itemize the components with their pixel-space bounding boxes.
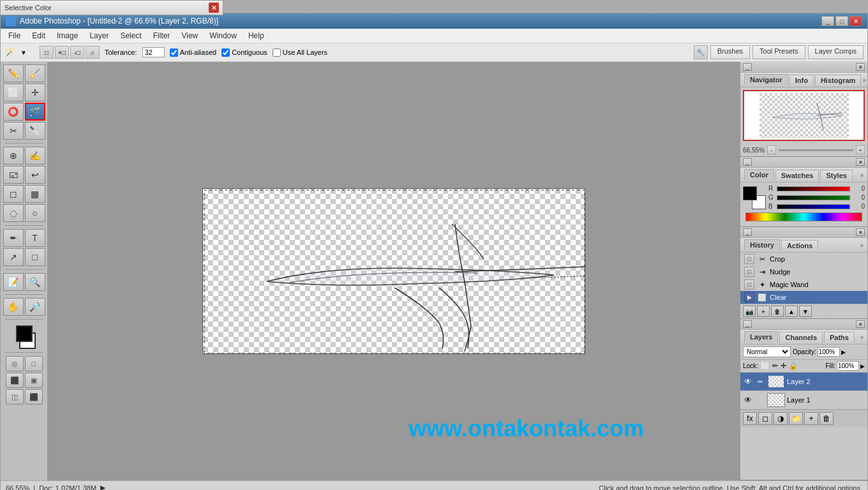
layer-delete-btn[interactable]: 🗑	[819, 412, 834, 425]
blend-mode-select[interactable]: Normal Multiply Screen	[743, 346, 791, 357]
history-tab[interactable]: History	[744, 239, 780, 251]
status-arrow[interactable]: ▶	[100, 484, 105, 490]
layers-minimize-btn[interactable]: _	[743, 320, 752, 328]
use-all-layers-checkbox[interactable]	[273, 48, 281, 57]
restore-button[interactable]: □	[835, 16, 848, 26]
contiguous-checkbox[interactable]	[221, 48, 230, 57]
color-expand[interactable]: »	[860, 172, 864, 179]
styles-tab[interactable]: Styles	[820, 170, 852, 181]
layer-adjust-btn[interactable]: ◑	[774, 412, 788, 425]
menu-image[interactable]: Image	[52, 30, 83, 41]
lasso-tool[interactable]: ⭕	[3, 103, 24, 121]
brush-tool[interactable]: ✏️	[3, 64, 24, 82]
actions-tab[interactable]: Actions	[781, 240, 818, 251]
color-tab[interactable]: Color	[744, 169, 774, 181]
navigator-tab[interactable]: Navigator	[744, 74, 788, 85]
history-brush[interactable]: ↩	[25, 166, 45, 184]
stamp-tool[interactable]: 🖃	[3, 166, 24, 184]
eyedropper-tool[interactable]: 🔍	[25, 273, 45, 291]
menu-view[interactable]: View	[176, 30, 203, 41]
layer-fx-btn[interactable]: fx	[743, 412, 757, 425]
menu-window[interactable]: Window	[204, 30, 242, 41]
fill-arrow[interactable]: ▶	[860, 363, 865, 369]
selective-color-close[interactable]: ✕	[209, 3, 219, 13]
brushes-panel-btn[interactable]: Brushes	[710, 45, 750, 59]
history-expand[interactable]: »	[860, 242, 864, 249]
history-snapshot-btn[interactable]: 📷	[743, 306, 756, 317]
navigator-expand[interactable]: »	[862, 77, 866, 84]
selection-intersect[interactable]: ∩	[86, 46, 100, 59]
history-checkbox-clear[interactable]: ▶	[744, 292, 754, 302]
layer-group-btn[interactable]: 📁	[789, 412, 803, 425]
layer1-visibility-eye[interactable]: 👁	[743, 395, 753, 405]
shape-tool[interactable]: □	[25, 248, 45, 266]
history-checkbox-nudge[interactable]: □	[744, 267, 754, 277]
selection-add[interactable]: +□	[55, 46, 69, 59]
nav-zoom-slider[interactable]	[779, 149, 853, 151]
layers-close-btn[interactable]: ✕	[856, 320, 865, 328]
slice-tool[interactable]: 🔪	[25, 122, 45, 140]
lock-transparent-icon[interactable]: ⬜	[761, 362, 770, 370]
tool-options-icon[interactable]: 🔧	[694, 45, 708, 59]
history-new-btn[interactable]: +	[757, 306, 770, 317]
menu-help[interactable]: Help	[243, 30, 269, 41]
eraser-tool-2[interactable]: ◻	[3, 185, 24, 203]
layer2-visibility-eye[interactable]: 👁	[743, 376, 753, 387]
histogram-tab[interactable]: Histogram	[815, 75, 861, 85]
hand-tool[interactable]: ✋	[3, 298, 24, 316]
opacity-arrow[interactable]: ▶	[841, 349, 846, 355]
layer-comps-panel-btn[interactable]: Layer Comps	[808, 45, 864, 59]
spectrum-bar[interactable]	[745, 212, 862, 221]
tolerance-input[interactable]	[142, 47, 165, 57]
magic-wand-tool[interactable]: 🪄	[25, 103, 45, 121]
nav-zoom-in[interactable]: +	[856, 145, 865, 154]
history-scroll-up[interactable]: ▲	[785, 306, 798, 317]
r-bar-container[interactable]	[777, 186, 850, 191]
history-minimize-btn[interactable]: _	[743, 228, 752, 236]
full-screen-btn[interactable]: ▣	[25, 373, 43, 388]
layers-tab[interactable]: Layers	[744, 331, 778, 343]
standard-mode-btn[interactable]: □	[25, 356, 43, 371]
history-delete-btn[interactable]: 🗑	[771, 306, 784, 317]
tool-presets-panel-btn[interactable]: Tool Presets	[752, 45, 805, 59]
menu-select[interactable]: Select	[115, 30, 146, 41]
selection-new[interactable]: □	[40, 46, 54, 59]
selection-subtract[interactable]: -□	[70, 46, 84, 59]
notes-tool[interactable]: 📝	[3, 273, 24, 291]
opacity-input[interactable]	[818, 347, 840, 357]
nav-zoom-out[interactable]: -	[767, 145, 776, 154]
navigator-close-btn[interactable]: ✕	[856, 63, 865, 71]
pencil-tool[interactable]: ✍	[25, 147, 45, 165]
pen-tool[interactable]: ✒	[3, 229, 24, 247]
marquee-tool[interactable]: ⬜	[3, 84, 24, 101]
heal-tool[interactable]: ⊕	[3, 147, 24, 165]
g-bar-container[interactable]	[777, 195, 850, 200]
navigator-minimize-btn[interactable]: _	[743, 63, 752, 71]
text-tool[interactable]: T	[25, 229, 45, 247]
layers-expand[interactable]: »	[860, 334, 864, 341]
anti-aliased-checkbox[interactable]	[170, 48, 178, 57]
minimize-button[interactable]: _	[821, 16, 834, 26]
move-tool[interactable]: ✛	[25, 84, 45, 101]
history-close-btn[interactable]: ✕	[856, 228, 865, 236]
menu-filter[interactable]: Filter	[148, 30, 176, 41]
extra-btn-2[interactable]: ⬛	[25, 389, 43, 405]
blur-tool[interactable]: ◌	[3, 204, 24, 222]
menu-file[interactable]: File	[3, 30, 26, 41]
history-item-crop[interactable]: □ ✂ Crop	[740, 253, 867, 265]
history-scroll-down[interactable]: ▼	[799, 306, 812, 317]
screen-mode-btn[interactable]: ⬛	[6, 373, 24, 388]
history-checkbox-wand[interactable]: □	[744, 279, 754, 290]
color-minimize-btn[interactable]: _	[743, 158, 752, 166]
paths-tab[interactable]: Paths	[824, 332, 855, 343]
layer-item-layer1[interactable]: 👁 Layer 1	[740, 391, 867, 410]
zoom-tool[interactable]: 🔎	[25, 298, 45, 316]
lock-position-icon[interactable]: ✛	[781, 362, 786, 370]
path-tool[interactable]: ↗	[3, 248, 24, 266]
b-bar-container[interactable]	[777, 204, 850, 209]
extra-btn-1[interactable]: ◫	[6, 389, 24, 405]
gradient-tool[interactable]: ▦	[25, 185, 45, 203]
history-item-clear[interactable]: ▶ ⬜ Clear	[740, 291, 867, 304]
lock-pixels-icon[interactable]: ✏	[772, 362, 778, 370]
menu-layer[interactable]: Layer	[84, 30, 114, 41]
